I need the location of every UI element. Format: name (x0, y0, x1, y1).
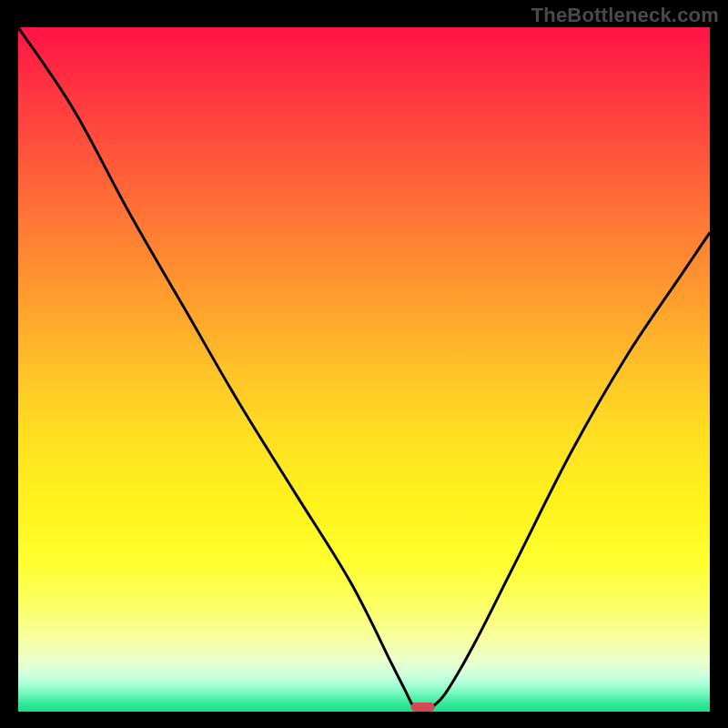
watermark-text: TheBottleneck.com (531, 4, 719, 27)
plot-area (18, 27, 710, 712)
minimum-marker (411, 703, 435, 712)
chart-frame: TheBottleneck.com (0, 0, 728, 728)
curve-path (18, 27, 710, 710)
bottleneck-curve (18, 27, 710, 712)
